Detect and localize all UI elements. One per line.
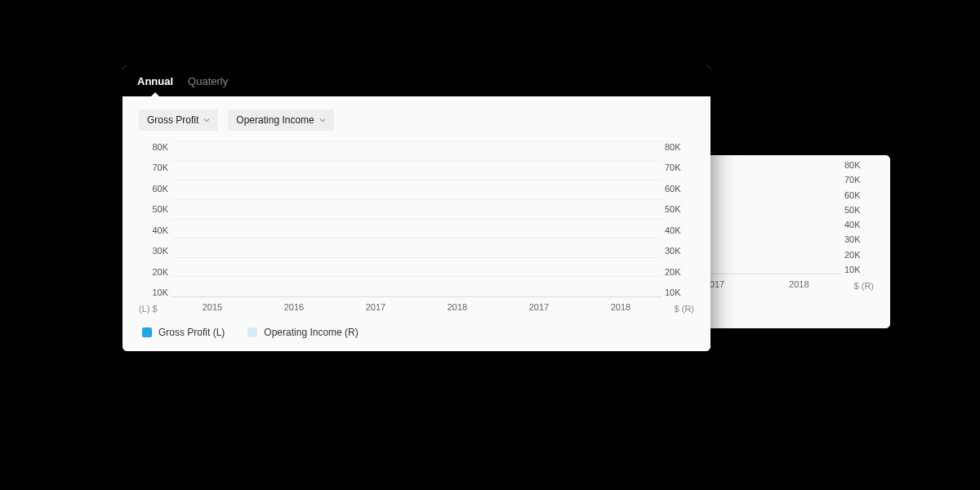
axis-origin-right: $ (R) — [675, 304, 694, 314]
x-tick: 2017 — [529, 302, 549, 312]
selector-label: Gross Profit — [147, 114, 198, 126]
axis-origin-left: (L) $ — [139, 304, 158, 314]
tab-annual[interactable]: Annual — [137, 75, 173, 87]
chevron-down-icon — [203, 117, 210, 123]
x-tick: 2015 — [203, 302, 222, 312]
y-axis-right: 80K70K60K50K40K30K20K10K — [844, 160, 874, 274]
y-axis-right: 80K70K60K50K40K30K20K10K — [665, 142, 694, 297]
legend-swatch — [247, 327, 257, 337]
plot-area-front — [172, 142, 662, 297]
chevron-down-icon — [319, 117, 326, 123]
tab-quarterly[interactable]: Quaterly — [188, 75, 228, 87]
x-tick: 2018 — [611, 302, 630, 312]
selector-gross-profit[interactable]: Gross Profit — [139, 109, 218, 131]
selector-label: Operating Income — [236, 114, 314, 126]
legend-swatch — [142, 327, 152, 337]
axis-origin-right: $ (R) — [854, 281, 874, 291]
chart-card-front: Annual Quaterly Gross Profit Operating I… — [122, 65, 710, 351]
legend-label: Operating Income (R) — [264, 327, 358, 338]
x-axis-front: 201520162017201820172018 — [172, 302, 662, 312]
active-tab-indicator — [150, 92, 160, 97]
series-selectors: Gross Profit Operating Income — [122, 96, 710, 137]
y-axis-left: 80K70K60K50K40K30K20K10K — [139, 142, 168, 297]
legend-front: Gross Profit (L) Operating Income (R) — [122, 318, 710, 351]
tab-bar: Annual Quaterly — [122, 65, 710, 96]
legend-label: Gross Profit (L) — [158, 327, 225, 338]
selector-operating-income[interactable]: Operating Income — [228, 109, 333, 131]
x-tick: 2017 — [366, 302, 385, 312]
x-tick: 2018 — [789, 279, 808, 289]
x-tick: 2016 — [284, 302, 304, 312]
x-tick: 2018 — [448, 302, 467, 312]
